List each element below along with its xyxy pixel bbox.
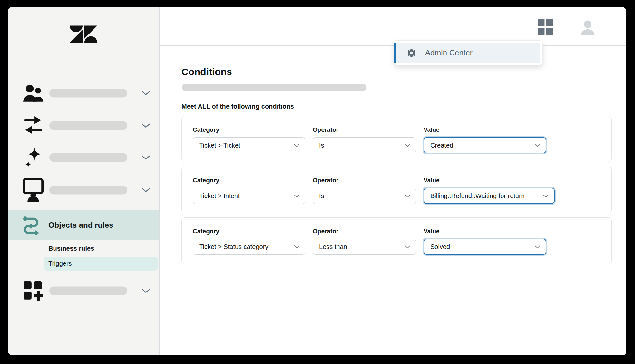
operator-label: Operator: [313, 126, 338, 133]
sidebar-item-label: Triggers: [44, 257, 158, 271]
operator-label: Operator: [313, 177, 338, 184]
sidebar-logo-area: [8, 7, 159, 61]
category-value: Ticket > Intent: [199, 192, 239, 200]
sidebar-item-transfer[interactable]: [8, 117, 159, 135]
value-select[interactable]: Created: [424, 137, 546, 153]
operator-select[interactable]: Is: [313, 137, 416, 153]
chevron-down-icon: [543, 194, 549, 198]
admin-center-label: Admin Center: [425, 48, 473, 57]
category-value: Ticket > Ticket: [199, 142, 240, 149]
zendesk-logo: [69, 24, 98, 44]
chevron-down-icon: [405, 245, 411, 249]
sidebar-item-ai[interactable]: [8, 148, 159, 167]
category-select[interactable]: Ticket > Intent: [193, 188, 305, 204]
value-value: Created: [430, 142, 453, 149]
chevron-down-icon[interactable]: [141, 91, 151, 96]
transfer-arrows-icon: [21, 116, 45, 136]
people-icon: [21, 84, 45, 102]
value-value: Solved: [430, 243, 450, 251]
app-window: Objects and rules Business rules Trigger…: [8, 7, 626, 355]
sidebar-item-triggers[interactable]: Triggers: [44, 257, 158, 271]
value-select[interactable]: Solved: [424, 239, 546, 255]
category-label: Category: [193, 228, 219, 235]
category-label: Category: [193, 177, 219, 184]
operator-select[interactable]: Less than: [313, 239, 416, 255]
apps-grid-plus-icon: [21, 281, 45, 301]
operator-select[interactable]: Is: [313, 188, 416, 204]
chevron-down-icon: [294, 144, 300, 147]
chevron-down-icon: [405, 194, 411, 198]
sidebar-item-people[interactable]: [8, 84, 159, 102]
category-value: Ticket > Status category: [199, 243, 268, 251]
match-heading: Meet ALL of the following conditions: [181, 103, 294, 110]
chevron-down-icon: [294, 194, 300, 198]
condition-card: Category Ticket > Intent Operator Is Val…: [181, 167, 612, 213]
chevron-down-icon: [294, 245, 300, 249]
nav-placeholder-bar: [49, 287, 127, 295]
nav-placeholder-bar: [49, 186, 127, 195]
value-label: Value: [424, 228, 440, 235]
sidebar-item-objects-and-rules[interactable]: Objects and rules: [8, 210, 159, 240]
operator-value: Less than: [319, 243, 347, 251]
admin-center-menu-item[interactable]: Admin Center: [394, 43, 540, 63]
main-area: Admin Center Conditions Meet ALL of the …: [160, 7, 626, 355]
ai-sparkle-icon: [21, 147, 45, 168]
objects-rules-icon: [20, 215, 43, 235]
sidebar: Objects and rules Business rules Trigger…: [8, 7, 160, 355]
nav-placeholder-bar: [49, 153, 127, 162]
value-label: Value: [424, 126, 440, 133]
monitor-person-icon: [21, 178, 45, 202]
value-value: Billing::Refund::Waiting for return: [430, 192, 525, 200]
value-label: Value: [424, 177, 440, 184]
chevron-down-icon[interactable]: [141, 289, 151, 293]
sidebar-item-apps[interactable]: [8, 280, 159, 302]
admin-center-popup: Admin Center: [394, 40, 543, 65]
category-label: Category: [193, 126, 219, 133]
nav-placeholder-bar: [49, 121, 127, 130]
operator-value: Is: [319, 142, 324, 149]
user-avatar-icon[interactable]: [580, 20, 595, 35]
title-placeholder-bar: [182, 84, 366, 91]
value-select[interactable]: Billing::Refund::Waiting for return: [424, 188, 555, 204]
chevron-down-icon[interactable]: [141, 188, 151, 193]
main-header: [160, 7, 626, 46]
app-grid-icon[interactable]: [537, 19, 553, 35]
condition-card: Category Ticket > Ticket Operator Is Val…: [181, 116, 612, 162]
nav-placeholder-bar: [49, 89, 127, 98]
category-select[interactable]: Ticket > Ticket: [193, 137, 305, 153]
chevron-down-icon[interactable]: [141, 155, 151, 160]
page-title: Conditions: [181, 66, 232, 77]
condition-card: Category Ticket > Status category Operat…: [181, 217, 612, 264]
sidebar-item-label: Objects and rules: [48, 221, 113, 230]
chevron-down-icon: [405, 144, 411, 147]
chevron-down-icon: [534, 245, 541, 249]
operator-value: Is: [319, 192, 324, 200]
category-select[interactable]: Ticket > Status category: [193, 239, 305, 255]
chevron-down-icon: [534, 144, 541, 147]
chevron-down-icon[interactable]: [141, 123, 151, 128]
sidebar-group-business-rules[interactable]: Business rules: [48, 245, 94, 252]
gear-icon: [406, 48, 416, 58]
operator-label: Operator: [313, 228, 338, 235]
sidebar-item-channels[interactable]: [8, 181, 159, 199]
